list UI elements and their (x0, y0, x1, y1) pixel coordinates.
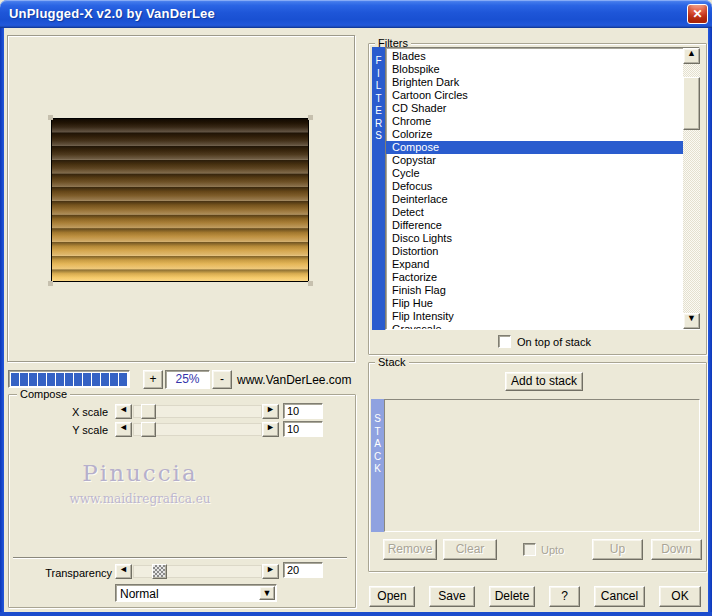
filter-listbox[interactable]: BladesBlobspikeBrighten DarkCartoon Circ… (385, 47, 700, 330)
window-border-bottom (0, 612, 712, 616)
y-scale-left-arrow-icon[interactable]: ◄ (115, 422, 132, 437)
filter-list-item[interactable]: Cartoon Circles (386, 89, 699, 102)
selection-handle (308, 115, 313, 120)
combo-dropdown-icon[interactable]: ▼ (259, 586, 275, 600)
watermark-url: www.maidiregrafica.eu (40, 492, 240, 506)
filter-list-item[interactable]: Chrome (386, 115, 699, 128)
selection-handle (48, 115, 53, 120)
filter-list-item[interactable]: Deinterlace (386, 193, 699, 206)
filter-list-item[interactable]: Distortion (386, 245, 699, 258)
filter-list-scrollbar[interactable]: ▲ ▼ (683, 48, 700, 329)
open-button[interactable]: Open (369, 586, 415, 607)
filter-list-item[interactable]: Flip Hue (386, 297, 699, 310)
stack-up-button: Up (592, 539, 643, 560)
zoom-out-button[interactable]: - (212, 370, 232, 389)
progress-bar (8, 370, 130, 388)
cancel-button[interactable]: Cancel (594, 586, 645, 607)
filter-list-item[interactable]: CD Shader (386, 102, 699, 115)
blend-mode-combobox[interactable]: Normal ▼ (115, 584, 277, 602)
watermark-title: Pinuccia (60, 460, 220, 486)
upto-label: Upto (541, 544, 564, 556)
progress-segment (119, 373, 127, 386)
progress-segment (11, 373, 19, 386)
progress-segment (47, 373, 55, 386)
progress-segment (83, 373, 91, 386)
title-bar[interactable]: UnPlugged-X v2.0 by VanDerLee ✕ (0, 0, 712, 28)
add-to-stack-button[interactable]: Add to stack (505, 372, 583, 391)
filter-list-item[interactable]: Flip Intensity (386, 310, 699, 323)
progress-segment (20, 373, 28, 386)
upto-checkbox (523, 543, 536, 556)
x-scale-input[interactable] (283, 403, 323, 419)
delete-button[interactable]: Delete (489, 586, 535, 607)
progress-segment (101, 373, 109, 386)
filter-list-item[interactable]: Expand (386, 258, 699, 271)
filter-list-item[interactable]: Copystar (386, 154, 699, 167)
on-top-of-stack-label: On top of stack (517, 336, 591, 348)
filter-list-item[interactable]: Cycle (386, 167, 699, 180)
stack-listbox[interactable] (384, 399, 700, 532)
filter-list-item[interactable]: Detect (386, 206, 699, 219)
vendor-site-text: www.VanDerLee.com (237, 373, 352, 387)
close-icon: ✕ (692, 7, 702, 21)
filter-list-item[interactable]: Finish Flag (386, 284, 699, 297)
filter-list-item[interactable]: Colorize (386, 128, 699, 141)
progress-segment (110, 373, 118, 386)
progress-segment (56, 373, 64, 386)
stack-clear-button: Clear (443, 539, 497, 560)
selection-handle (48, 281, 53, 286)
filter-list-item[interactable]: Difference (386, 219, 699, 232)
scrollbar-thumb[interactable] (683, 77, 700, 130)
scroll-up-icon[interactable]: ▲ (683, 48, 700, 64)
x-scale-left-arrow-icon[interactable]: ◄ (115, 404, 132, 419)
stack-vertical-banner: STACK (371, 399, 384, 532)
plugin-dialog-window: UnPlugged-X v2.0 by VanDerLee ✕ + 25% - … (0, 0, 712, 616)
stack-down-button: Down (651, 539, 702, 560)
transparency-label: Transparency (28, 567, 112, 579)
window-border-right (708, 28, 712, 616)
close-button[interactable]: ✕ (687, 4, 708, 24)
scroll-down-icon[interactable]: ▼ (683, 313, 700, 329)
progress-segment (29, 373, 37, 386)
window-title: UnPlugged-X v2.0 by VanDerLee (9, 6, 215, 21)
transparency-right-arrow-icon[interactable]: ► (262, 564, 279, 579)
y-scale-label: Y scale (60, 424, 108, 436)
stack-group-label: Stack (375, 356, 409, 368)
blend-mode-value: Normal (120, 587, 159, 601)
selection-handle (308, 281, 313, 286)
x-scale-slider-thumb[interactable] (141, 404, 156, 419)
progress-segment (65, 373, 73, 386)
progress-segment (38, 373, 46, 386)
x-scale-label: X scale (60, 406, 108, 418)
filter-list-item[interactable]: Disco Lights (386, 232, 699, 245)
separator-line (13, 557, 347, 559)
ok-button[interactable]: OK (659, 586, 701, 607)
x-scale-right-arrow-icon[interactable]: ► (262, 404, 279, 419)
stack-remove-button: Remove (383, 539, 437, 560)
zoom-level-display: 25% (165, 370, 210, 389)
window-border-left (0, 28, 4, 616)
filter-list-item[interactable]: Defocus (386, 180, 699, 193)
save-button[interactable]: Save (429, 586, 475, 607)
progress-segment (92, 373, 100, 386)
transparency-slider-thumb[interactable] (152, 564, 167, 579)
transparency-input[interactable] (283, 562, 323, 578)
filter-list-item[interactable]: Compose (386, 141, 699, 154)
y-scale-right-arrow-icon[interactable]: ► (262, 422, 279, 437)
preview-image[interactable] (51, 118, 309, 282)
filter-list-item[interactable]: Factorize (386, 271, 699, 284)
filters-vertical-banner: FILTERS (372, 47, 385, 330)
help-button[interactable]: ? (549, 586, 580, 607)
filter-list-item[interactable]: Blades (386, 50, 699, 63)
filter-list-item[interactable]: Brighten Dark (386, 76, 699, 89)
compose-group-label: Compose (17, 388, 70, 400)
progress-segment (74, 373, 82, 386)
on-top-of-stack-checkbox[interactable] (498, 335, 511, 348)
transparency-left-arrow-icon[interactable]: ◄ (115, 564, 132, 579)
y-scale-input[interactable] (283, 421, 323, 437)
y-scale-slider-thumb[interactable] (141, 422, 156, 437)
filter-list-item[interactable]: Grayscale (386, 323, 699, 330)
zoom-in-button[interactable]: + (143, 370, 163, 389)
filter-list-item[interactable]: Blobspike (386, 63, 699, 76)
